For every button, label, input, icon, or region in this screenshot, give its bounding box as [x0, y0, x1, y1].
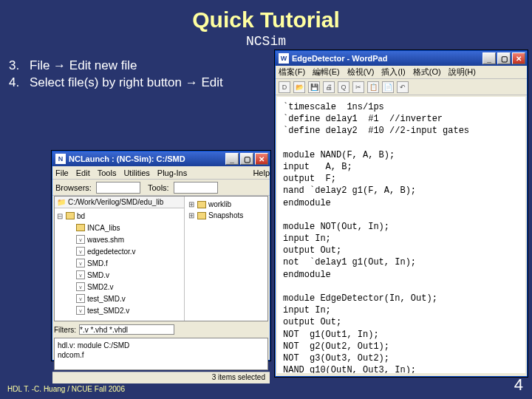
instruction-list: 3. File → Edit new file 4. Select file(s…	[9, 58, 223, 92]
expand-icon[interactable]: ⊞	[188, 211, 195, 219]
tools-label: Tools:	[148, 183, 169, 192]
folder-icon	[197, 201, 206, 208]
tree-item-label: SMD.v	[87, 271, 109, 279]
slide-footer: HDL T. -C. Huang / NCUE Fall 2006	[7, 385, 125, 393]
filter-bar: Filters:	[54, 323, 268, 336]
library-label: worklib	[208, 200, 231, 208]
slide-title: Quick Tutorial	[0, 0, 532, 33]
status-line: ndcom.f	[58, 350, 265, 360]
file-icon: v	[76, 259, 85, 267]
filter-label: Filters:	[54, 326, 76, 334]
file-tree[interactable]: ⊟bdINCA_libsvwaves.shmvedgedetector.vvSM…	[55, 208, 184, 321]
file-browser-pane: 📁 C:/Work/Verilog/SMD/edu_lib ⊟bdINCA_li…	[55, 197, 185, 321]
menu-edit[interactable]: Edit	[76, 168, 90, 177]
tree-item[interactable]: vwaves.shm	[56, 233, 183, 245]
tree-item-label: bd	[77, 212, 85, 220]
print-icon[interactable]: 🖨	[323, 81, 335, 93]
menu-plugins[interactable]: Plug-Ins	[157, 168, 187, 177]
minimize-button[interactable]: _	[482, 52, 496, 64]
tools-dropdown[interactable]	[174, 182, 218, 194]
file-icon: v	[76, 282, 85, 291]
nclaunch-window: N NCLaunch : (NC-Sim): C:/SMD _ ▢ ✕ File…	[52, 151, 270, 361]
tree-item-label: test_SMD2.v	[87, 307, 129, 315]
file-icon: v	[76, 294, 85, 303]
file-icon: v	[76, 306, 85, 315]
tree-item[interactable]: INCA_libs	[56, 222, 183, 233]
menu-edit[interactable]: 編輯(E)	[313, 66, 340, 78]
expand-icon[interactable]: ⊟	[56, 212, 64, 220]
filter-input[interactable]	[79, 324, 174, 335]
instruction-number: 3.	[9, 58, 22, 75]
instruction-number: 4.	[9, 75, 22, 92]
minimize-button[interactable]: _	[225, 153, 239, 165]
instruction-text: Select file(s) by right button → Edit	[30, 75, 223, 92]
wordpad-window: W EdgeDetector - WordPad _ ▢ ✕ 檔案(F) 編輯(…	[275, 50, 528, 377]
maximize-button[interactable]: ▢	[240, 153, 253, 165]
file-icon: v	[76, 247, 85, 256]
tree-item[interactable]: vSMD.v	[56, 269, 183, 281]
wordpad-menubar: 檔案(F) 編輯(E) 檢視(V) 插入(I) 格式(O) 說明(H)	[276, 66, 527, 79]
open-icon[interactable]: 📂	[293, 81, 305, 93]
browsers-dropdown[interactable]	[96, 182, 140, 194]
tree-item[interactable]: vtest_SMD.v	[56, 293, 183, 304]
close-button[interactable]: ✕	[255, 153, 268, 165]
status-pane: hdl.v: module C:/SMD ndcom.f	[54, 338, 268, 370]
menu-insert[interactable]: 插入(I)	[381, 66, 405, 78]
instruction-item: 3. File → Edit new file	[9, 58, 223, 75]
menu-help[interactable]: 說明(H)	[449, 66, 476, 78]
library-label: Snapshots	[208, 211, 243, 219]
nclaunch-panes: 📁 C:/Work/Verilog/SMD/edu_lib ⊟bdINCA_li…	[54, 196, 268, 321]
wordpad-titlebar[interactable]: W EdgeDetector - WordPad _ ▢ ✕	[276, 51, 527, 66]
menu-file[interactable]: File	[55, 168, 69, 177]
folder-up-icon[interactable]: 📁	[57, 198, 66, 206]
tree-item[interactable]: vedgedetector.v	[56, 245, 183, 257]
cut-icon[interactable]: ✂	[352, 81, 364, 93]
new-icon[interactable]: D	[279, 81, 290, 93]
nclaunch-titlebar[interactable]: N NCLaunch : (NC-Sim): C:/SMD _ ▢ ✕	[52, 151, 270, 166]
tree-item-label: edgedetector.v	[87, 248, 136, 256]
path-text: C:/Work/Verilog/SMD/edu_lib	[68, 198, 163, 206]
menu-help[interactable]: Help	[253, 168, 270, 177]
tree-item-label: SMD.f	[87, 259, 108, 267]
folder-icon	[76, 224, 85, 231]
nclaunch-toolbar: Browsers: Tools:	[52, 180, 270, 196]
close-button[interactable]: ✕	[512, 52, 525, 64]
slide-subtitle: NCSim	[0, 34, 532, 49]
selection-status: 3 items selected	[52, 372, 270, 383]
library-tree[interactable]: ⊞worklib⊞Snapshots	[185, 197, 267, 321]
maximize-button[interactable]: ▢	[497, 52, 511, 64]
tree-item-label: test_SMD.v	[87, 295, 126, 303]
menu-file[interactable]: 檔案(F)	[279, 66, 305, 78]
page-number: 4	[514, 375, 523, 395]
menu-utilities[interactable]: Utilities	[123, 168, 149, 177]
expand-icon[interactable]: ⊞	[188, 200, 195, 208]
browsers-label: Browsers:	[55, 183, 92, 192]
library-item[interactable]: ⊞Snapshots	[188, 210, 265, 221]
undo-icon[interactable]: ↶	[397, 81, 409, 93]
nclaunch-title: NCLaunch : (NC-Sim): C:/SMD	[69, 154, 185, 163]
save-icon[interactable]: 💾	[308, 81, 320, 93]
folder-icon	[197, 212, 206, 219]
menu-tools[interactable]: Tools	[98, 168, 117, 177]
library-item[interactable]: ⊞worklib	[188, 199, 265, 210]
nclaunch-app-icon: N	[55, 154, 66, 164]
menu-view[interactable]: 檢視(V)	[347, 66, 375, 78]
instruction-text: File → Edit new file	[30, 58, 137, 75]
find-icon[interactable]: Q	[338, 81, 349, 93]
tree-item[interactable]: vSMD.f	[56, 257, 183, 269]
tree-item-label: INCA_libs	[87, 224, 120, 232]
tree-item-label: waves.shm	[87, 236, 124, 244]
path-bar[interactable]: 📁 C:/Work/Verilog/SMD/edu_lib	[55, 197, 184, 208]
paste-icon[interactable]: 📄	[382, 81, 394, 93]
copy-icon[interactable]: 📋	[367, 81, 379, 93]
menu-format[interactable]: 格式(O)	[413, 66, 441, 78]
instruction-item: 4. Select file(s) by right button → Edit	[9, 75, 223, 92]
tree-item[interactable]: vSMD2.v	[56, 281, 183, 293]
folder-icon	[66, 212, 75, 219]
wordpad-title: EdgeDetector - WordPad	[292, 54, 387, 63]
nclaunch-menubar: File Edit Tools Utilities Plug-Ins Help	[52, 166, 270, 180]
file-icon: v	[76, 270, 85, 279]
wordpad-editor[interactable]: `timescale 1ns/1ps `define delay1 #1 //i…	[277, 97, 525, 373]
tree-item[interactable]: vtest_SMD2.v	[56, 304, 183, 316]
tree-item[interactable]: ⊟bd	[56, 210, 183, 222]
